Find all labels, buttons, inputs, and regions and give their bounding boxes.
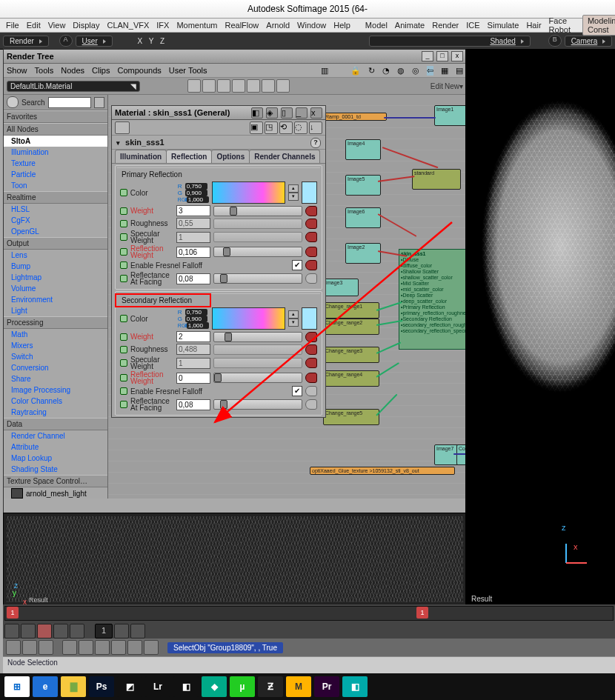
keyable-icon[interactable] [120,261,127,269]
sidebar-category[interactable]: Favorites [4,110,107,123]
dlg-nav-icon[interactable]: ◌ [294,121,308,134]
timeline-cursor[interactable]: 1 [7,607,19,619]
sidebar-item[interactable]: Illumination [4,147,107,158]
connection-plug-icon[interactable] [305,344,317,355]
task-zbrush-icon[interactable]: Ƶ [258,676,283,697]
sidebar-item[interactable]: Volume [4,283,107,294]
rt-menu-usertools[interactable]: User Tools [169,66,207,75]
tab-illumination[interactable]: Illumination [115,150,167,163]
connection-plug-icon[interactable] [305,399,317,410]
menu-model[interactable]: Model [362,21,390,30]
viewport-a-icon[interactable]: A [59,35,73,47]
command-field[interactable]: SelectObj "Group18809", , True [167,642,283,653]
menu-momentum[interactable]: Momentum [173,21,220,30]
menu-display[interactable]: Display [70,21,102,30]
keyable-icon[interactable] [120,346,127,353]
tab-options[interactable]: Options [211,150,250,163]
sidebar-item[interactable]: Lens [4,250,107,261]
sidebar-item[interactable]: Switch [4,351,107,362]
sidebar-item[interactable]: Bump [4,261,107,272]
rt-new-link[interactable]: New▾ [445,82,463,90]
keyable-icon[interactable] [120,207,127,215]
task-pr-icon[interactable]: Pr [314,676,339,697]
sidebar-item[interactable]: Attribute [4,441,107,453]
keyable-icon[interactable] [120,315,127,322]
menu-ice[interactable]: ICE [463,21,482,30]
dlg-nav-back-icon[interactable] [115,121,130,134]
timeline-tool-icon[interactable] [70,624,84,639]
section-header-skin[interactable]: skin_sss1 ? [112,136,325,150]
rt-menu-compounds[interactable]: Compounds [117,66,161,75]
sidebar-item[interactable]: OpenGL [4,226,107,237]
tab-modelingconst[interactable]: Modeling Const [582,15,615,36]
roughness-input[interactable]: 0,55 [176,218,210,229]
graph-node[interactable]: Image6 [345,207,381,228]
task-explorer-icon[interactable]: ▇ [61,676,86,697]
menu-help[interactable]: Help [330,21,353,30]
color-swatch[interactable] [302,181,317,204]
axis-lock-xyz[interactable]: X Y Z [138,37,167,45]
menu-view[interactable]: View [45,21,69,30]
menu-window[interactable]: Window [294,21,329,30]
rt-edit-link[interactable]: Edit [430,82,443,90]
sidebar-item[interactable]: Mixers [4,340,107,351]
material-selector[interactable]: DefaultLib.Material◥ [7,81,140,92]
label-reflweight[interactable]: Reflection Weight [130,371,173,384]
timeline-tool-icon[interactable] [114,624,129,639]
color-gradient[interactable] [212,181,285,204]
sidebar-category[interactable]: Output [4,237,107,250]
dlg-icon[interactable]: ◈ [266,107,278,119]
search-dropdown-icon[interactable] [94,97,104,108]
label-reflweight[interactable]: Reflection Weight [130,245,173,259]
sidebar-item[interactable]: Image Processing [4,384,107,396]
sidebar-item[interactable]: Shading State [4,464,107,475]
sidebar-item[interactable]: Toon [4,180,107,191]
graph-node[interactable]: Image4 [345,139,381,160]
keyable-icon[interactable] [120,359,127,367]
keyable-icon[interactable] [120,189,127,196]
rt-clock-icon[interactable]: ◔ [382,66,390,76]
specweight-slider[interactable] [213,232,302,242]
sidebar-category[interactable]: Texture Space Control… [4,475,107,487]
3d-viewport[interactable]: zx Result [465,49,615,604]
task-app-icon[interactable]: ◩ [117,676,142,697]
connection-plug-icon[interactable] [305,247,317,257]
timeline-record-icon[interactable] [37,624,52,639]
timeline-tool-icon[interactable] [53,624,68,639]
cmd-icon[interactable] [6,640,21,655]
reflfacing-input[interactable]: 0,08 [176,273,210,284]
search-icon[interactable] [7,96,19,108]
color-gradient[interactable] [212,307,285,330]
color-swatch[interactable] [302,307,317,330]
dlg-nav-icon[interactable]: ▣ [250,121,263,134]
task-app-icon[interactable]: ◆ [202,676,227,697]
roughness-slider[interactable] [213,219,302,229]
task-lr-icon[interactable]: Lr [145,676,170,697]
label-weight[interactable]: Weight [130,207,173,215]
task-utorrent-icon[interactable]: µ [230,676,255,697]
task-m-icon[interactable]: M [286,676,311,697]
menu-clanvfx[interactable]: CLAN_VFX [104,21,152,30]
graph-node[interactable]: Image2 [345,243,381,264]
timeline-track[interactable]: 1 1 [4,606,614,621]
menu-edit[interactable]: Edit [24,21,44,30]
sidebar-item[interactable]: HLSL [4,204,107,215]
fresnel-checkbox[interactable]: ✔ [292,260,302,270]
weight-input[interactable]: 2 [176,331,210,342]
task-ps-icon[interactable]: Ps [89,676,114,697]
sidebar-item[interactable]: Lightmap [4,272,107,283]
color-up-icon[interactable]: ▴ [288,310,299,319]
sidebar-category[interactable]: Processing [4,316,107,329]
sidebar-item[interactable]: Particle [4,169,107,180]
sidebar-item[interactable]: Conversion [4,362,107,373]
cmd-icon[interactable] [127,640,142,655]
dlg-icon[interactable]: ▯ [281,107,293,119]
weight-slider[interactable] [213,332,302,342]
reflweight-slider[interactable] [213,373,302,383]
graph-node[interactable]: Change_range3 [323,347,379,363]
cmd-icon[interactable] [22,640,37,655]
task-softimage-icon[interactable]: ◧ [342,676,368,697]
specweight-input[interactable]: 1 [176,232,210,243]
timeline-cursor-b[interactable]: 1 [416,607,428,619]
rt-toolbar-icon[interactable] [247,79,260,93]
